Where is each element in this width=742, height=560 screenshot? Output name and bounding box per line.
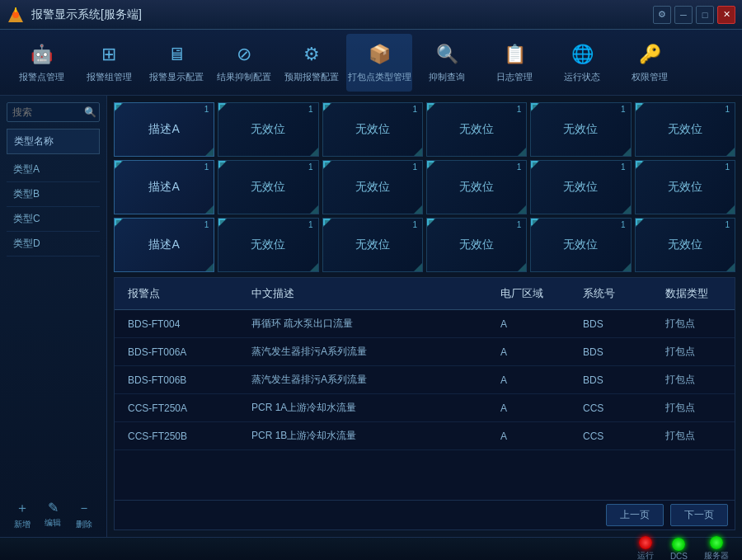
panel-cell-r3c4[interactable]: 1 无效位 <box>426 218 527 272</box>
sidebar-action-delete[interactable]: －删除 <box>76 500 92 530</box>
panel-cell-r2c6[interactable]: 1 无效位 <box>635 160 735 214</box>
corner-tl-r1c6 <box>636 103 642 110</box>
maximize-button[interactable]: □ <box>696 6 714 24</box>
status-item-running: 运行 <box>637 536 654 560</box>
panel-cell-r1c2[interactable]: 1 无效位 <box>218 102 318 157</box>
panel-cell-label-r3c3: 无效位 <box>355 238 390 252</box>
panel-cell-r3c6[interactable]: 1 无效位 <box>635 218 735 272</box>
panel-cell-number-r1c5: 1 <box>621 105 626 114</box>
panel-cell-r2c2[interactable]: 1 无效位 <box>218 160 318 214</box>
panel-cell-label-r1c4: 无效位 <box>459 122 494 137</box>
prev-page-button[interactable]: 上一页 <box>606 504 664 526</box>
panel-cell-r1c6[interactable]: 1 无效位 <box>635 102 735 157</box>
sidebar-action-edit[interactable]: ✎编辑 <box>45 500 61 530</box>
corner-tl-r1c4 <box>427 103 434 110</box>
table-cell-row3-area: A <box>487 371 570 389</box>
status-bar: 运行 DCS 服务器 <box>0 537 742 560</box>
nav-item-predict-alarm[interactable]: ⚙ 预期报警配置 <box>279 34 345 92</box>
corner-tl-r2c6 <box>636 161 642 167</box>
nav-item-log-manage[interactable]: 📋 日志管理 <box>481 34 547 92</box>
table-cell-row2-area: A <box>487 343 570 361</box>
nav-item-alarm-point[interactable]: 🤖 报警点管理 <box>8 34 74 92</box>
corner-br-r3c2 <box>312 265 318 271</box>
panel-cell-r3c1[interactable]: 1 描述A <box>114 218 214 272</box>
sidebar-action-label-delete: 删除 <box>76 519 92 530</box>
panel-cell-r3c5[interactable]: 1 无效位 <box>530 218 631 272</box>
panel-cell-r1c5[interactable]: 1 无效位 <box>530 102 631 157</box>
panel-cell-r1c4[interactable]: 1 无效位 <box>426 102 527 157</box>
panel-cell-r2c4[interactable]: 1 无效位 <box>426 160 527 214</box>
sidebar-item-type-c[interactable]: 类型C <box>7 207 100 232</box>
panel-cell-r2c1[interactable]: 1 描述A <box>114 160 214 214</box>
app-logo <box>7 6 25 24</box>
status-item-server: 服务器 <box>704 536 729 560</box>
svg-point-1 <box>12 12 19 18</box>
corner-br-r2c2 <box>312 207 318 214</box>
nav-item-suppress-query[interactable]: 🔍 抑制查询 <box>414 34 480 92</box>
table-row[interactable]: BDS-FT004再循环 疏水泵出口流量ABDS打包点 <box>115 310 735 338</box>
nav-item-permission[interactable]: 🔑 权限管理 <box>617 34 683 92</box>
sidebar-action-icon-edit: ✎ <box>48 500 59 515</box>
panel-cell-label-r3c2: 无效位 <box>251 238 285 252</box>
panel-cell-r2c3[interactable]: 1 无效位 <box>322 160 423 214</box>
table-cell-row5-system: CCS <box>570 427 652 445</box>
settings-button[interactable]: ⚙ <box>653 6 671 24</box>
corner-br-r1c2 <box>312 149 318 156</box>
corner-tl-r3c2 <box>218 219 225 225</box>
table-cell-row4-alarm_point: CCS-FT250A <box>115 399 238 417</box>
panel-cell-r1c1[interactable]: 1 描述A <box>114 102 214 157</box>
nav-icon-permission: 🔑 <box>636 41 663 68</box>
corner-br-r1c1 <box>207 149 214 156</box>
sidebar-action-icon-add: ＋ <box>16 500 29 517</box>
nav-item-run-status[interactable]: 🌐 运行状态 <box>549 34 615 92</box>
corner-br-r2c4 <box>519 207 526 214</box>
table-row[interactable]: CCS-FT250BPCR 1B上游冷却水流量ACCS打包点 <box>115 422 735 450</box>
status-label-running: 运行 <box>637 550 654 560</box>
corner-tl-r3c6 <box>636 219 642 225</box>
nav-item-result-suppress[interactable]: ⊘ 结果抑制配置 <box>211 34 277 92</box>
nav-item-alarm-display[interactable]: 🖥 报警显示配置 <box>143 34 209 92</box>
panel-cell-label-r1c5: 无效位 <box>563 122 598 137</box>
panel-cell-number-r1c3: 1 <box>412 105 417 114</box>
table-cell-row5-description: PCR 1B上游冷却水流量 <box>238 426 487 446</box>
sidebar-item-type-b[interactable]: 类型B <box>7 182 100 207</box>
window-controls: ⚙ ─ □ ✕ <box>653 6 735 24</box>
nav-label-log-manage: 日志管理 <box>496 71 533 83</box>
corner-br-r2c5 <box>624 207 631 214</box>
panel-cell-label-r3c6: 无效位 <box>668 238 702 252</box>
corner-tl-r1c3 <box>323 103 330 110</box>
panel-cell-number-r1c6: 1 <box>725 105 730 114</box>
sidebar-item-type-a[interactable]: 类型A <box>7 158 100 182</box>
next-page-button[interactable]: 下一页 <box>670 504 728 526</box>
table-row[interactable]: CCS-FT250APCR 1A上游冷却水流量ACCS打包点 <box>115 394 735 422</box>
panel-cell-r3c3[interactable]: 1 无效位 <box>322 218 423 272</box>
nav-label-predict-alarm: 预期报警配置 <box>284 71 339 83</box>
table-body: BDS-FT004再循环 疏水泵出口流量ABDS打包点BDS-FT006A蒸汽发… <box>115 310 735 500</box>
corner-tl-r3c3 <box>323 219 330 225</box>
status-dot-server <box>710 536 723 549</box>
corner-tl-r1c5 <box>531 103 538 110</box>
panel-cell-r3c2[interactable]: 1 无效位 <box>218 218 318 272</box>
search-icon[interactable]: 🔍 <box>84 106 96 118</box>
table-cell-row3-alarm_point: BDS-FT006B <box>115 371 238 389</box>
nav-label-alarm-group: 报警组管理 <box>87 71 132 83</box>
table-row[interactable]: BDS-FT006A蒸汽发生器排污A系列流量ABDS打包点 <box>115 338 735 366</box>
panel-cell-r2c5[interactable]: 1 无效位 <box>530 160 631 214</box>
panel-cell-number-r3c4: 1 <box>517 220 522 229</box>
close-button[interactable]: ✕ <box>717 6 735 24</box>
panel-cell-number-r3c5: 1 <box>621 220 626 229</box>
corner-tl-r1c1 <box>115 103 121 110</box>
sidebar-action-add[interactable]: ＋新增 <box>14 500 31 530</box>
table-row[interactable]: BDS-FT006B蒸汽发生器排污A系列流量ABDS打包点 <box>115 366 735 394</box>
nav-item-alarm-group[interactable]: ⊞ 报警组管理 <box>76 34 142 92</box>
nav-item-pack-type[interactable]: 📦 打包点类型管理 <box>346 34 412 92</box>
table-cell-row1-area: A <box>487 315 570 333</box>
corner-br-r3c5 <box>624 265 631 271</box>
minimize-button[interactable]: ─ <box>674 6 693 24</box>
table-cell-row3-data_type: 打包点 <box>652 369 735 390</box>
panel-cell-label-r1c3: 无效位 <box>355 122 390 137</box>
panel-cell-number-r2c5: 1 <box>621 162 626 172</box>
panel-cell-r1c3[interactable]: 1 无效位 <box>322 102 423 157</box>
sidebar-item-type-d[interactable]: 类型D <box>7 232 100 256</box>
status-dot-dcs <box>672 538 685 551</box>
